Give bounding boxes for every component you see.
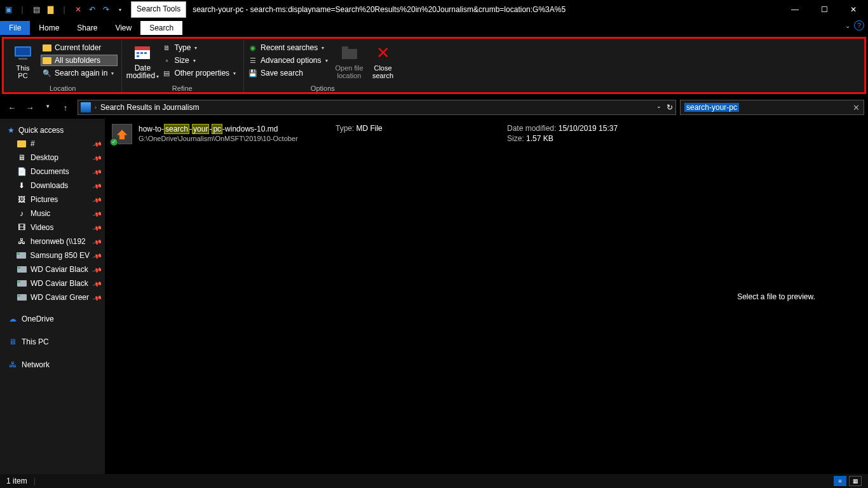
pin-icon: 📌 [92, 264, 102, 274]
search-box[interactable]: search-your-pc ✕ [680, 100, 864, 115]
sidebar-onedrive[interactable]: ☁OneDrive [0, 311, 105, 327]
close-button[interactable]: ✕ [839, 0, 868, 19]
sidebar-network[interactable]: 🖧Network [0, 356, 105, 373]
all-subfolders-button[interactable]: All subfolders [41, 55, 118, 66]
drive-icon [17, 250, 27, 261]
folder-icon [42, 43, 52, 53]
title-bar: ▣ | ▤ ▇ | ✕ ↶ ↷ ▾ Search Tools search-yo… [0, 0, 868, 19]
navigation-pane[interactable]: ★Quick access #📌🖥Desktop📌📄Documents📌⬇Dow… [0, 119, 105, 474]
sidebar-item[interactable]: 📄Documents📌 [0, 165, 105, 179]
forward-button[interactable]: → [24, 103, 36, 112]
breadcrumb[interactable]: Search Results in Journalism [100, 103, 199, 112]
computer-icon: 🖥 [8, 337, 18, 347]
tab-search[interactable]: Search [140, 21, 182, 35]
item-count: 1 item [6, 477, 27, 485]
sidebar-item[interactable]: 🎞Videos📌 [0, 220, 105, 234]
recent-searches-button[interactable]: ◉Recent searches▾ [247, 42, 331, 53]
details-view-button[interactable]: ≡ [834, 476, 846, 486]
chevron-down-icon: ▾ [193, 58, 196, 64]
up-button[interactable]: ↑ [60, 103, 71, 112]
sidebar-item[interactable]: Samsung 850 EV📌 [0, 248, 105, 262]
tab-home[interactable]: Home [30, 21, 68, 35]
results-pane[interactable]: ✓ how-to-search-your-pc-windows-10.md G:… [105, 119, 684, 474]
type-icon: 🗎 [161, 43, 172, 53]
open-file-location-button[interactable]: Open file location [332, 41, 367, 83]
search-result-row[interactable]: ✓ how-to-search-your-pc-windows-10.md G:… [105, 119, 684, 149]
other-properties-button[interactable]: ▤Other properties▾ [160, 67, 240, 79]
search-tools-contextual-tab: Search Tools [131, 1, 186, 18]
quick-access-header[interactable]: ★Quick access [0, 124, 105, 137]
file-name: how-to-search-your-pc-windows-10.md [139, 124, 316, 133]
group-label-refine: Refine [125, 83, 240, 92]
music-icon: ♪ [17, 208, 27, 219]
undo-icon[interactable]: ↶ [86, 4, 98, 15]
size-button[interactable]: ▫Size▾ [160, 55, 240, 66]
sidebar-item[interactable]: ⬇Downloads📌 [0, 179, 105, 193]
back-button[interactable]: ← [6, 103, 18, 112]
svg-rect-5 [137, 52, 139, 54]
sidebar-item[interactable]: #📌 [0, 137, 105, 151]
main-area: ★Quick access #📌🖥Desktop📌📄Documents📌⬇Dow… [0, 119, 868, 474]
ribbon-group-refine: Date modified▾ 🗎Type▾ ▫Size▾ ▤Other prop… [122, 40, 244, 92]
current-folder-button[interactable]: Current folder [41, 42, 118, 53]
pin-icon: 📌 [92, 194, 102, 205]
close-search-button[interactable]: ✕ Close search [367, 41, 399, 83]
sidebar-item-label: Downloads [31, 181, 68, 190]
maximize-button[interactable]: ☐ [810, 0, 839, 19]
pin-icon: 📌 [92, 236, 102, 247]
sidebar-item[interactable]: WD Caviar Greer📌 [0, 290, 105, 304]
ribbon-tabs: File Home Share View Search ⌄ ? [0, 19, 868, 35]
tab-file[interactable]: File [0, 21, 30, 35]
redo-icon[interactable]: ↷ [100, 4, 112, 15]
drive-icon [17, 278, 27, 288]
advanced-icon: ☰ [248, 55, 258, 65]
save-search-button[interactable]: 💾Save search [247, 67, 331, 79]
properties-icon[interactable]: ▤ [31, 4, 42, 15]
qat-dropdown-icon[interactable]: ▾ [114, 4, 126, 15]
quick-access-toolbar: ▣ | ▤ ▇ | ✕ ↶ ↷ ▾ [0, 4, 126, 15]
date-modified-button[interactable]: Date modified▾ [125, 41, 160, 83]
search-icon: 🔍 [42, 68, 52, 78]
navigation-bar: ← → ▾ ↑ › Search Results in Journalism ⌄… [0, 98, 868, 117]
sidebar-item[interactable]: 🖼Pictures📌 [0, 193, 105, 207]
collapse-ribbon-icon[interactable]: ⌄ [845, 22, 850, 29]
close-icon: ✕ [373, 43, 393, 63]
pin-icon: 📌 [92, 292, 102, 302]
delete-icon[interactable]: ✕ [72, 4, 84, 15]
drive-icon [17, 292, 27, 302]
chevron-down-icon: ▾ [322, 45, 324, 51]
address-bar[interactable]: › Search Results in Journalism ⌄ ↻ [78, 100, 676, 115]
address-dropdown-icon[interactable]: ⌄ [656, 103, 661, 112]
recent-icon: ◉ [248, 43, 258, 53]
search-again-in-button[interactable]: 🔍Search again in▾ [41, 67, 118, 79]
tab-share[interactable]: Share [68, 21, 106, 35]
sidebar-item-label: Videos [31, 223, 53, 232]
this-pc-icon [13, 43, 33, 63]
type-button[interactable]: 🗎Type▾ [160, 42, 240, 53]
sidebar-item[interactable]: ♪Music📌 [0, 207, 105, 220]
svg-rect-4 [135, 46, 150, 50]
group-label-location: Location [8, 83, 118, 92]
sidebar-item[interactable]: WD Caviar Black📌 [0, 276, 105, 290]
clear-search-icon[interactable]: ✕ [853, 103, 860, 112]
thumbnails-view-button[interactable]: ▦ [849, 476, 862, 486]
properties-icon: ▤ [161, 68, 172, 78]
recent-locations-button[interactable]: ▾ [42, 103, 53, 112]
pin-icon: 📌 [92, 166, 102, 177]
pin-icon: 📌 [92, 152, 102, 163]
advanced-options-button[interactable]: ☰Advanced options▾ [247, 55, 331, 66]
help-icon[interactable]: ? [854, 20, 864, 30]
group-label-options: Options [247, 83, 398, 92]
calendar-icon [132, 43, 153, 63]
sidebar-item[interactable]: 🖧heronweb (\\192📌 [0, 234, 105, 248]
new-folder-icon[interactable]: ▇ [44, 4, 56, 15]
minimize-button[interactable]: — [780, 0, 810, 19]
sidebar-item[interactable]: 🖥Desktop📌 [0, 151, 105, 165]
svg-rect-2 [18, 58, 27, 60]
sidebar-this-pc[interactable]: 🖥This PC [0, 334, 105, 350]
search-query-text[interactable]: search-your-pc [684, 103, 739, 112]
tab-view[interactable]: View [106, 21, 140, 35]
refresh-icon[interactable]: ↻ [667, 103, 673, 112]
this-pc-button[interactable]: This PC [8, 41, 38, 83]
sidebar-item[interactable]: WD Caviar Black📌 [0, 262, 105, 276]
